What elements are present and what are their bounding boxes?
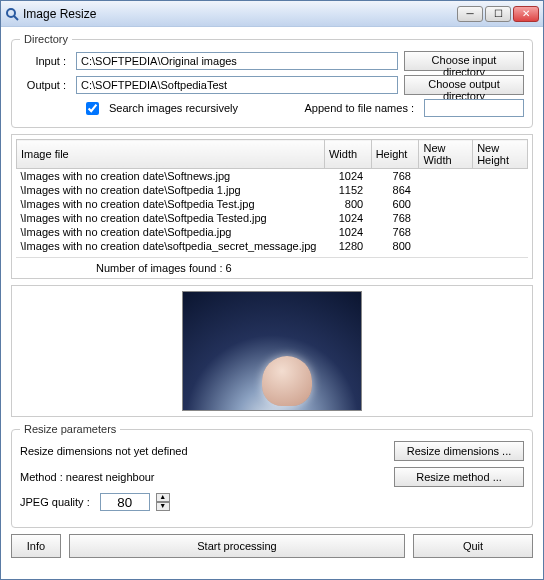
cell-file: \Images with no creation date\Softpedia … [17, 183, 325, 197]
cell-new-height [473, 239, 528, 253]
cell-new-width [419, 183, 473, 197]
resize-method-button[interactable]: Resize method ... [394, 467, 524, 487]
cell-new-width [419, 239, 473, 253]
cell-new-height [473, 225, 528, 239]
dimensions-status: Resize dimensions not yet defined [20, 445, 188, 457]
app-icon [5, 7, 19, 21]
cell-new-height [473, 183, 528, 197]
resize-group: Resize parameters Resize dimensions not … [11, 423, 533, 528]
input-label: Input : [20, 55, 70, 67]
jpeg-quality-field[interactable] [100, 493, 150, 511]
cell-height: 768 [371, 225, 419, 239]
col-new-width[interactable]: New Width [419, 140, 473, 169]
cell-file: \Images with no creation date\softpedia_… [17, 239, 325, 253]
cell-file: \Images with no creation date\Softpedia.… [17, 225, 325, 239]
directory-legend: Directory [20, 33, 72, 45]
table-row[interactable]: \Images with no creation date\Softnews.j… [17, 169, 528, 184]
maximize-button[interactable]: ☐ [485, 6, 511, 22]
choose-input-button[interactable]: Choose input directory [404, 51, 524, 71]
output-path-field[interactable] [76, 76, 398, 94]
cell-width: 1280 [324, 239, 371, 253]
resize-dimensions-button[interactable]: Resize dimensions ... [394, 441, 524, 461]
cell-new-height [473, 211, 528, 225]
file-table-wrap: Image file Width Height New Width New He… [11, 134, 533, 279]
col-file[interactable]: Image file [17, 140, 325, 169]
svg-point-0 [7, 9, 15, 17]
jpeg-down-button[interactable]: ▼ [156, 502, 170, 511]
preview-image [182, 291, 362, 411]
quit-button[interactable]: Quit [413, 534, 533, 558]
jpeg-up-button[interactable]: ▲ [156, 493, 170, 502]
cell-new-width [419, 225, 473, 239]
directory-group: Directory Input : Choose input directory… [11, 33, 533, 128]
table-row[interactable]: \Images with no creation date\Softpedia.… [17, 225, 528, 239]
cell-new-width [419, 169, 473, 184]
cell-new-height [473, 169, 528, 184]
cell-height: 864 [371, 183, 419, 197]
start-processing-button[interactable]: Start processing [69, 534, 405, 558]
cell-file: \Images with no creation date\Softpedia … [17, 197, 325, 211]
table-row[interactable]: \Images with no creation date\Softpedia … [17, 197, 528, 211]
cell-height: 768 [371, 211, 419, 225]
table-row[interactable]: \Images with no creation date\Softpedia … [17, 211, 528, 225]
append-label: Append to file names : [305, 102, 414, 114]
cell-new-height [473, 197, 528, 211]
titlebar: Image Resize ─ ☐ ✕ [1, 1, 543, 27]
resize-legend: Resize parameters [20, 423, 120, 435]
window-title: Image Resize [23, 7, 457, 21]
table-row[interactable]: \Images with no creation date\softpedia_… [17, 239, 528, 253]
output-label: Output : [20, 79, 70, 91]
cell-width: 1024 [324, 211, 371, 225]
close-button[interactable]: ✕ [513, 6, 539, 22]
recursive-label: Search images recursively [109, 102, 238, 114]
cell-new-width [419, 197, 473, 211]
cell-file: \Images with no creation date\Softnews.j… [17, 169, 325, 184]
cell-height: 600 [371, 197, 419, 211]
choose-output-button[interactable]: Choose output directory [404, 75, 524, 95]
jpeg-quality-label: JPEG quality : [20, 496, 90, 508]
recursive-checkbox[interactable] [86, 102, 99, 115]
svg-line-1 [14, 16, 18, 20]
col-new-height[interactable]: New Height [473, 140, 528, 169]
info-button[interactable]: Info [11, 534, 61, 558]
append-field[interactable] [424, 99, 524, 117]
cell-width: 1024 [324, 169, 371, 184]
minimize-button[interactable]: ─ [457, 6, 483, 22]
image-count-label: Number of images found : 6 [16, 257, 528, 274]
method-status: Method : nearest neighbour [20, 471, 155, 483]
col-height[interactable]: Height [371, 140, 419, 169]
cell-width: 800 [324, 197, 371, 211]
input-path-field[interactable] [76, 52, 398, 70]
cell-width: 1024 [324, 225, 371, 239]
col-width[interactable]: Width [324, 140, 371, 169]
preview-pane [11, 285, 533, 417]
cell-width: 1152 [324, 183, 371, 197]
cell-new-width [419, 211, 473, 225]
table-row[interactable]: \Images with no creation date\Softpedia … [17, 183, 528, 197]
cell-file: \Images with no creation date\Softpedia … [17, 211, 325, 225]
cell-height: 768 [371, 169, 419, 184]
file-table: Image file Width Height New Width New He… [16, 139, 528, 253]
cell-height: 800 [371, 239, 419, 253]
